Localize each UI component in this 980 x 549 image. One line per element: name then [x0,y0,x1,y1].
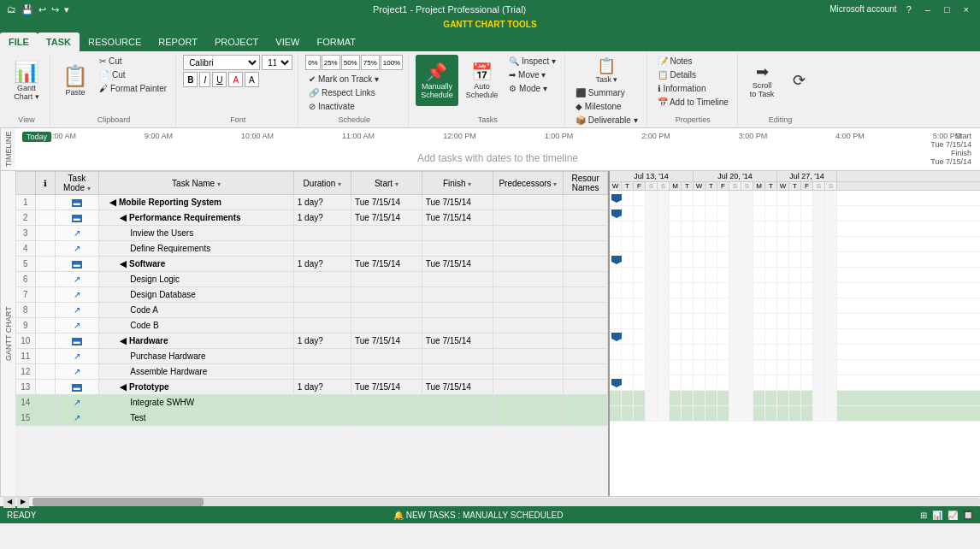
manually-schedule-button[interactable]: 📌 ManuallySchedule [416,55,458,106]
gantt-row[interactable] [610,375,980,391]
account-label[interactable]: Microsoft account [829,4,896,15]
row-name[interactable]: Design Logic [99,272,294,287]
table-row[interactable]: 3 ↗ Inview the Users [16,226,608,241]
close-btn[interactable]: × [959,4,973,15]
summary-btn[interactable]: ⬛ Summary [572,86,641,99]
add-to-timeline-btn[interactable]: 📅 Add to Timeline [654,96,732,109]
row-name[interactable]: ◀ Software [99,257,294,272]
cut-button[interactable]: ✂ Cut [96,55,170,68]
tab-view[interactable]: VIEW [267,32,308,51]
tab-format[interactable]: FORMAT [308,32,364,51]
inactivate-btn[interactable]: ⊘ Inactivate [305,100,403,113]
minimize-btn[interactable]: – [921,4,935,15]
gantt-row[interactable] [610,406,980,422]
auto-schedule-button[interactable]: 📅 AutoSchedule [461,55,504,106]
mode-btn[interactable]: ⚙ Mode ▾ [505,82,559,95]
table-row[interactable]: 4 ↗ Define Requirements [16,241,608,257]
row-name[interactable]: Integrate SWHW [99,395,294,410]
col-header-name[interactable]: Task Name ▾ [99,172,294,195]
notes-btn[interactable]: 📝 Notes [654,55,732,68]
redo-icon[interactable]: ↪ [51,4,59,15]
tab-project[interactable]: PROJECT [206,32,267,51]
refresh-btn[interactable]: ⟳ [782,55,816,106]
table-row[interactable]: 12 ↗ Assemble Hardware [16,364,608,380]
col-header-start[interactable]: Start ▾ [351,172,422,195]
gantt-row[interactable] [610,283,980,298]
table-row[interactable]: 8 ↗ Code A [16,303,608,318]
row-name[interactable]: Inview the Users [99,226,294,241]
col-header-duration[interactable]: Duration ▾ [293,172,351,195]
view-icon-3[interactable]: 📈 [948,511,958,520]
gantt-row[interactable] [610,237,980,252]
inspect-btn[interactable]: 🔍 Inspect ▾ [505,55,559,68]
table-row[interactable]: 2 ▬ ◀ Performance Requirements 1 day? Tu… [16,210,608,226]
quick-save-icon[interactable]: 💾 [21,4,33,15]
tab-resource[interactable]: RESOURCE [80,32,150,51]
nav-right[interactable]: ▶ [17,496,29,508]
row-name[interactable]: Code B [99,318,294,334]
row-name[interactable]: Design Database [99,287,294,303]
row-name[interactable]: Code A [99,303,294,318]
row-name[interactable]: ◀ Performance Requirements [99,210,294,226]
row-name[interactable]: Purchase Hardware [99,349,294,364]
font-color-button[interactable]: A [228,72,243,87]
undo-icon[interactable]: ↩ [38,4,46,15]
copy-button[interactable]: 📄 Cut [96,68,170,81]
paste-button[interactable]: 📋 Paste [57,55,93,106]
gantt-row[interactable] [610,391,980,406]
table-row[interactable]: 10 ▬ ◀ Hardware 1 day? Tue 7/15/14 Tue 7… [16,334,608,349]
help-btn[interactable]: ? [902,4,916,15]
tab-report[interactable]: REPORT [150,32,206,51]
deliverable-btn[interactable]: 📦 Deliverable ▾ [572,114,641,127]
gantt-row[interactable] [610,252,980,268]
gantt-row[interactable] [610,191,980,206]
italic-button[interactable]: I [199,72,210,87]
details-btn[interactable]: 📋 Details [654,68,732,81]
bold-button[interactable]: B [183,72,198,87]
table-row[interactable]: 15 ↗ Test [16,410,608,426]
table-row[interactable]: 14 ↗ Integrate SWHW [16,395,608,410]
table-row[interactable]: 5 ▬ ◀ Software 1 day? Tue 7/15/14 Tue 7/… [16,257,608,272]
milestone-btn[interactable]: ◆ Milestone [572,100,641,113]
table-row[interactable]: 9 ↗ Code B [16,318,608,334]
gantt-row[interactable] [610,314,980,329]
font-name-select[interactable]: Calibri [183,55,260,70]
underline-button[interactable]: U [212,72,227,87]
col-header-resources[interactable]: ResourNames [564,172,608,195]
highlight-button[interactable]: A [245,72,259,87]
move-btn[interactable]: ➡ Move ▾ [505,68,559,81]
font-size-select[interactable]: 11 [262,55,292,70]
pct-25-btn[interactable]: 25% [322,55,340,70]
gantt-row[interactable] [610,206,980,221]
gantt-row[interactable] [610,360,980,375]
row-name[interactable]: Define Requirements [99,241,294,257]
respect-links-btn[interactable]: 🔗 Respect Links [305,86,403,99]
pct-50-btn[interactable]: 50% [341,55,360,70]
col-header-finish[interactable]: Finish ▾ [422,172,493,195]
table-row[interactable]: 13 ▬ ◀ Prototype 1 day? Tue 7/15/14 Tue … [16,380,608,395]
table-row[interactable]: 6 ↗ Design Logic [16,272,608,287]
row-name[interactable]: ◀ Mobile Reporting System [99,195,294,210]
view-icon-4[interactable]: 🔲 [963,511,973,520]
information-btn[interactable]: ℹ Information [654,82,732,95]
gantt-row[interactable] [610,329,980,345]
scrollbar-thumb[interactable] [32,498,204,506]
gantt-row[interactable] [610,221,980,237]
table-row[interactable]: 7 ↗ Design Database [16,287,608,303]
gantt-row[interactable] [610,268,980,283]
view-icon-1[interactable]: ⊞ [920,511,927,520]
mark-on-track-btn[interactable]: ✔ Mark on Track ▾ [305,73,403,86]
nav-left[interactable]: ◀ [3,496,15,508]
row-name[interactable]: ◀ Hardware [99,334,294,349]
table-row[interactable]: 1 ▬ ◀ Mobile Reporting System 1 day? Tue… [16,195,608,210]
today-button[interactable]: Today [22,132,51,142]
task-btn[interactable]: 📋 Task ▾ [572,55,641,86]
pct-100-btn[interactable]: 100% [381,55,403,70]
col-header-mode[interactable]: TaskMode ▾ [55,172,99,195]
gantt-row[interactable] [610,298,980,314]
view-icon-2[interactable]: 📊 [932,511,942,520]
pct-75-btn[interactable]: 75% [361,55,380,70]
row-name[interactable]: ◀ Prototype [99,380,294,395]
row-name[interactable]: Test [99,410,294,426]
scroll-to-task-btn[interactable]: ➡ Scrollto Task [745,55,779,106]
